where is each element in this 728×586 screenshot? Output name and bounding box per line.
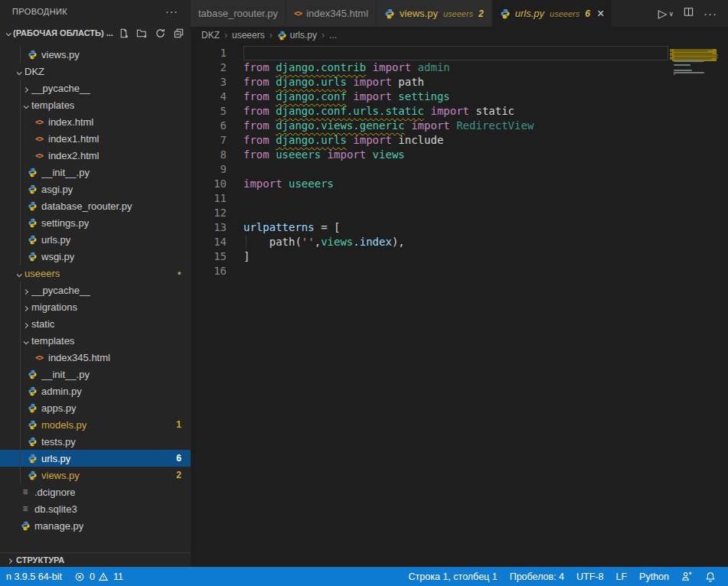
tree-item-label: urls.py <box>41 453 70 464</box>
minimap[interactable] <box>670 44 728 567</box>
code-line-5[interactable]: 5from django.conf.urls.static import sta… <box>191 104 670 119</box>
python-icon <box>28 454 38 464</box>
code-area[interactable]: 12from django.contrib import admin3from … <box>191 44 670 567</box>
tab-views.py[interactable]: views.pyuseeers2 <box>377 0 492 27</box>
close-icon[interactable]: × <box>597 8 604 20</box>
tab-index345.html[interactable]: <>index345.html <box>286 0 377 27</box>
breadcrumb-item-urls.py[interactable]: urls.py <box>277 30 317 41</box>
code-line-16[interactable]: 16 <box>191 264 670 278</box>
code-token: ), <box>392 236 405 248</box>
breadcrumb-item-DKZ[interactable]: DKZ <box>201 30 220 41</box>
status-cursor-position[interactable]: Строка 1, столбец 1 <box>403 567 504 586</box>
tree-item-migrations[interactable]: migrations <box>0 298 191 315</box>
explorer-more-icon[interactable]: ··· <box>165 5 178 18</box>
tree-item-__init__.py[interactable]: __init__.py <box>0 164 191 181</box>
indent-guide <box>20 197 21 214</box>
tree-item-DKZ[interactable]: DKZ <box>0 63 191 80</box>
status-text: UTF-8 <box>576 571 603 582</box>
code-line-13[interactable]: 13urlpatterns = [ <box>191 220 670 235</box>
code-line-4[interactable]: 4from django.conf import settings <box>191 90 670 104</box>
tree-item-models.py[interactable]: models.py1 <box>0 416 191 433</box>
play-icon: ▷ <box>658 7 668 21</box>
tree-item-.dcignore[interactable]: ≡.dcignore <box>0 483 191 500</box>
code-line-3[interactable]: 3from django.urls import path <box>191 75 670 90</box>
tree-item-index345.html[interactable]: <>index345.html <box>0 349 191 366</box>
minimap-line <box>674 58 712 60</box>
workspace-section-header[interactable]: (РАБОЧАЯ ОБЛАСТЬ) ... <box>0 23 191 43</box>
python-icon <box>28 168 38 177</box>
code-line-1[interactable]: 1 <box>191 46 670 60</box>
breadcrumb-item-useeers[interactable]: useeers <box>232 30 265 41</box>
tab-tabase_roouter.py[interactable]: tabase_roouter.py <box>191 0 286 27</box>
indent-guide <box>20 366 21 383</box>
code-line-11[interactable]: 11 <box>191 191 670 206</box>
python-icon <box>28 252 38 262</box>
python-icon <box>277 31 287 41</box>
tab-urls.py[interactable]: urls.pyuseeers6× <box>492 0 612 27</box>
tree-item-__init__.py[interactable]: __init__.py <box>0 366 191 383</box>
tree-item-index.html[interactable]: <>index.html <box>0 113 191 130</box>
tree-item-views.py[interactable]: views.py <box>0 46 191 63</box>
python-icon <box>28 370 38 379</box>
code-line-6[interactable]: 6from django.views.generic import Redire… <box>191 119 670 133</box>
code-line-7[interactable]: 7from django.urls import include <box>191 133 670 148</box>
outline-title: СТРУКТУРА <box>16 555 64 565</box>
tree-item-templates[interactable]: templates <box>0 96 191 113</box>
status-encoding[interactable]: UTF-8 <box>570 567 609 586</box>
collapse-all-icon[interactable] <box>173 28 184 39</box>
status-notifications[interactable] <box>699 567 722 586</box>
breadcrumb-item-...[interactable]: ... <box>329 30 337 41</box>
code-token: path( <box>243 236 302 248</box>
code-line-15[interactable]: 15] <box>191 249 670 264</box>
indent-guide <box>20 282 21 298</box>
more-actions-icon[interactable]: ··· <box>704 7 717 20</box>
code-line-14[interactable]: 14 path('',views.index), <box>191 235 670 249</box>
minimap-line <box>674 54 718 56</box>
tree-item-admin.py[interactable]: admin.py <box>0 383 191 399</box>
code-line-10[interactable]: 10import useeers <box>191 177 670 191</box>
new-file-icon[interactable] <box>118 28 129 39</box>
status-feedback[interactable] <box>675 567 699 586</box>
outline-section-header[interactable]: СТРУКТУРА <box>0 552 191 567</box>
tree-item-index2.html[interactable]: <>index2.html <box>0 147 191 164</box>
tree-item-label: tests.py <box>41 436 76 448</box>
tree-item-__pycache__[interactable]: __pycache__ <box>0 282 191 298</box>
tree-item-useeers[interactable]: useeers● <box>0 265 191 282</box>
tree-item-database_roouter.py[interactable]: database_roouter.py <box>0 197 191 214</box>
code-line-2[interactable]: 2from django.contrib import admin <box>191 60 670 75</box>
code-token: = [ <box>315 221 341 233</box>
tree-item-wsgi.py[interactable]: wsgi.py <box>0 248 191 265</box>
tree-item-static[interactable]: static <box>0 315 191 332</box>
tree-item-index1.html[interactable]: <>index1.html <box>0 130 191 147</box>
indent-guide <box>20 130 21 147</box>
status-problems[interactable]: 011 <box>68 567 129 586</box>
problems-badge: 1 <box>176 419 181 430</box>
line-number: 14 <box>191 235 227 249</box>
run-python-file-button[interactable]: ▷ ∨ <box>658 7 674 21</box>
chevron-down-icon <box>17 66 24 77</box>
breadcrumb-separator: › <box>269 30 273 41</box>
code-line-9[interactable]: 9 <box>191 162 670 177</box>
tree-item-views.py[interactable]: views.py2 <box>0 467 191 483</box>
split-editor-icon[interactable] <box>683 6 694 21</box>
refresh-icon[interactable] <box>155 28 166 39</box>
minimap-line <box>674 60 704 62</box>
tree-item-asgi.py[interactable]: asgi.py <box>0 181 191 197</box>
new-folder-icon[interactable] <box>136 28 148 39</box>
tree-item-templates[interactable]: templates <box>0 332 191 349</box>
code-line-12[interactable]: 12 <box>191 206 670 220</box>
status-eol[interactable]: LF <box>609 567 633 586</box>
tree-item-apps.py[interactable]: apps.py <box>0 399 191 416</box>
status-python-version[interactable]: n 3.9.5 64-bit <box>0 567 68 586</box>
tree-item-tests.py[interactable]: tests.py <box>0 433 191 450</box>
tree-item-__pycache__[interactable]: __pycache__ <box>0 80 191 96</box>
tree-item-db.sqlite3[interactable]: ≡db.sqlite3 <box>0 500 191 517</box>
warning-count: 11 <box>113 571 123 582</box>
tree-item-urls.py[interactable]: urls.py <box>0 231 191 248</box>
status-indentation[interactable]: Пробелов: 4 <box>504 567 570 586</box>
tree-item-settings.py[interactable]: settings.py <box>0 214 191 231</box>
tree-item-urls.py[interactable]: urls.py6 <box>0 450 191 467</box>
tree-item-manage.py[interactable]: manage.py <box>0 517 191 534</box>
code-line-8[interactable]: 8from useeers import views <box>191 148 670 162</box>
status-language-mode[interactable]: Python <box>633 567 675 586</box>
